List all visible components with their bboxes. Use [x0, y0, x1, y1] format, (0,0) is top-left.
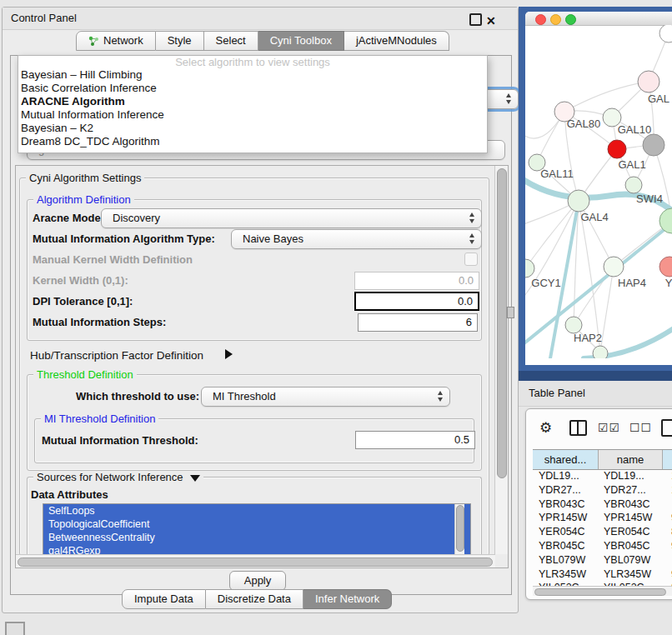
table-row[interactable]: YDL19...YDL19...13 — [533, 469, 672, 483]
attribute-item-selfloops[interactable]: SelfLoops — [43, 504, 470, 518]
deselect-all-icon[interactable]: ☐☐ — [629, 421, 652, 434]
mi-steps-field[interactable]: 6 — [358, 313, 478, 332]
gear-icon[interactable]: ⚙ — [539, 419, 552, 437]
hub-definition-label[interactable]: Hub/Transcription Factor Definition — [30, 349, 203, 362]
table-row[interactable]: YPR145WYPR145W9. — [533, 511, 672, 525]
table-horizontal-scrollbar[interactable] — [533, 586, 672, 596]
bottom-tab-discretize-data[interactable]: Discretize Data — [206, 589, 303, 609]
dropdown-list: Bayesian – Hill ClimbingBasic Correlatio… — [18, 68, 487, 148]
table-row[interactable]: YDR27...YDR27...12 — [533, 483, 672, 498]
settings-horizontal-scrollbar[interactable] — [16, 554, 495, 568]
mi-threshold-field[interactable]: 0.5 — [355, 431, 475, 449]
dropdown-item-basic-correlation-inference[interactable]: Basic Correlation Inference — [18, 82, 487, 95]
column-header-shared[interactable]: shared... — [533, 450, 599, 469]
which-threshold-combobox[interactable]: MI Threshold — [201, 387, 450, 407]
network-node-y[interactable] — [659, 257, 672, 277]
dropdown-prompt: Select algorithm to view settings — [18, 56, 487, 68]
control-panel-titlebar: Control Panel ✕ — [3, 8, 518, 30]
network-node[interactable] — [643, 134, 664, 156]
column-header-extra[interactable] — [663, 450, 672, 469]
network-node[interactable] — [659, 25, 672, 42]
network-node-swi4[interactable] — [625, 177, 642, 193]
table-cell: 9. — [667, 539, 672, 553]
network-node-hap4[interactable] — [604, 257, 624, 277]
select-all-icon[interactable]: ☑☑ — [598, 421, 620, 434]
network-node[interactable] — [593, 346, 608, 358]
tab-style[interactable]: Style — [156, 31, 204, 51]
tab-jactivemnodules[interactable]: jActiveMNodules — [344, 31, 449, 51]
mi-type-label: Mutual Information Algorithm Type: — [33, 232, 215, 245]
network-edge — [525, 201, 579, 268]
control-panel-title: Control Panel — [11, 12, 77, 24]
tab-select[interactable]: Select — [204, 31, 258, 51]
attribute-item-topologicalcoefficient[interactable]: TopologicalCoefficient — [43, 518, 470, 531]
mi-type-value: Naive Bayes — [243, 232, 303, 245]
tab-label: Impute Data — [134, 590, 193, 608]
attribute-item-betweennesscentrality[interactable]: BetweennessCentrality — [43, 531, 470, 544]
splitter-grip[interactable] — [507, 307, 514, 318]
attributes-scrollbar[interactable] — [454, 504, 464, 554]
network-node-label: GAL — [648, 92, 669, 105]
minimize-traffic-light-icon[interactable] — [550, 14, 561, 25]
dropdown-item-bayesian-hill-climbing[interactable]: Bayesian – Hill Climbing — [18, 68, 487, 82]
threshold-definition-group: Threshold Definition Which threshold to … — [27, 374, 482, 471]
expand-arrow-icon[interactable] — [225, 349, 233, 359]
tab-label: Infer Network — [315, 590, 379, 608]
network-node-hap2[interactable] — [565, 317, 582, 333]
network-node-gcy1[interactable] — [525, 259, 534, 278]
mi-threshold-group-title: MI Threshold Definition — [41, 412, 158, 425]
close-traffic-light-icon[interactable] — [535, 14, 546, 25]
table-cell: YLR345W — [604, 568, 667, 582]
dropdown-item-dream8-dc-tdc-algorithm[interactable]: Dream8 DC_TDC Algorithm — [18, 135, 487, 148]
tab-label: Network — [103, 32, 143, 50]
table-header: shared...name — [533, 449, 672, 470]
mi-threshold-group: MI Threshold Definition Mutual Informati… — [34, 418, 474, 463]
tab-cyni-toolbox[interactable]: Cyni Toolbox — [258, 31, 344, 51]
column-header-name[interactable]: name — [599, 450, 663, 469]
table-row[interactable]: YBL079WYBL079W — [533, 553, 672, 568]
combo-arrows-icon — [469, 212, 474, 223]
apply-button[interactable]: Apply — [229, 571, 286, 591]
bottom-tab-infer-network[interactable]: Infer Network — [303, 589, 392, 609]
bottom-tab-impute-data[interactable]: Impute Data — [122, 589, 206, 609]
collapsed-panel-button[interactable] — [5, 622, 25, 635]
collapse-arrow-icon[interactable] — [190, 475, 200, 482]
data-attributes-list[interactable]: SelfLoopsTopologicalCoefficientBetweenne… — [43, 503, 471, 557]
page-icon[interactable] — [661, 419, 672, 437]
dpi-tolerance-field[interactable]: 0.0 — [354, 292, 479, 311]
network-node-gal[interactable] — [638, 71, 659, 92]
settings-vertical-scrollbar[interactable] — [494, 166, 508, 554]
split-columns-icon[interactable] — [569, 420, 587, 436]
network-node-gal1[interactable] — [608, 140, 626, 158]
sources-group: Sources for Network Inference Data Attri… — [27, 477, 482, 558]
network-node-label: GAL80 — [567, 118, 600, 130]
network-node-gal4[interactable] — [568, 190, 589, 212]
table-row[interactable]: YBR043CYBR043C — [533, 498, 672, 512]
mi-type-combobox[interactable]: Naive Bayes — [231, 229, 482, 249]
table-cell: 13 — [667, 469, 672, 483]
table-cell: YER054C — [604, 525, 667, 539]
network-node[interactable] — [659, 208, 672, 233]
network-window-titlebar — [525, 12, 672, 26]
tab-label: Style — [168, 32, 192, 50]
sources-group-title: Sources for Network Inference — [33, 471, 203, 483]
aracne-mode-combobox[interactable]: Discovery — [101, 208, 482, 228]
table-row[interactable]: YER054CYER054C8. — [533, 525, 672, 539]
dropdown-item-bayesian-k2[interactable]: Bayesian – K2 — [18, 122, 487, 135]
mi-threshold-label: Mutual Information Threshold: — [42, 434, 198, 447]
table-row[interactable]: YLR345WYLR345W9. — [533, 568, 672, 582]
dropdown-item-aracne-algorithm[interactable]: ARACNE Algorithm — [18, 95, 487, 108]
which-threshold-label: Which threshold to use: — [76, 390, 199, 402]
table-cell: YDL19... — [604, 469, 667, 483]
float-window-icon[interactable] — [469, 13, 482, 26]
network-graph[interactable]: GALGAL80GAL10GAL1GAL11GAL4SWI4GCY1HAP4YH… — [525, 25, 672, 358]
zoom-traffic-light-icon[interactable] — [565, 14, 576, 25]
kernel-width-field[interactable]: 0.0 — [354, 272, 479, 290]
tab-network[interactable]: Network — [76, 31, 156, 51]
dropdown-item-mutual-information-inference[interactable]: Mutual Information Inference — [18, 108, 487, 122]
combo-arrows-icon — [438, 391, 443, 402]
network-node-label: GAL1 — [618, 158, 645, 171]
manual-kernel-checkbox[interactable] — [464, 252, 478, 266]
close-icon[interactable]: ✕ — [486, 10, 496, 32]
table-row[interactable]: YBR045CYBR045C9. — [533, 539, 672, 553]
